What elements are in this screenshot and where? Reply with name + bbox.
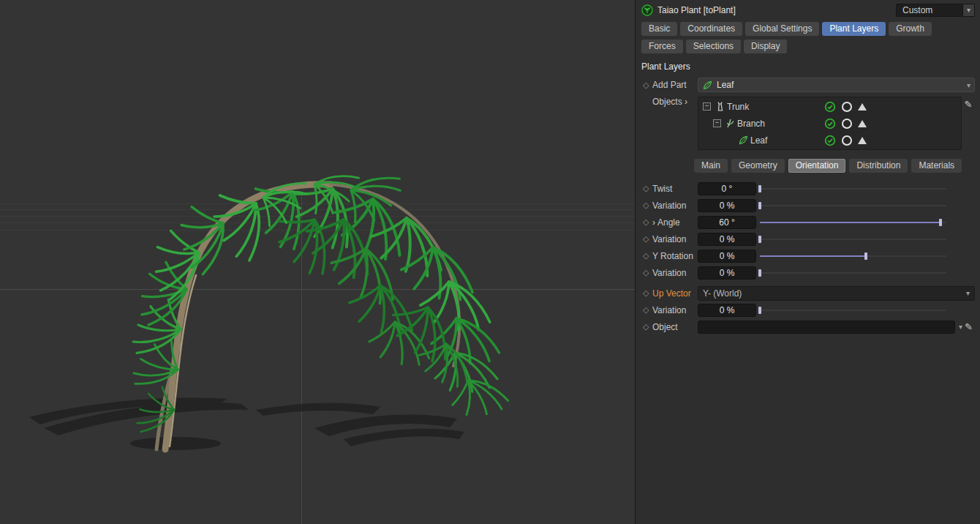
param-value-field[interactable]: 0 ° — [698, 182, 756, 195]
param-slider[interactable] — [760, 184, 946, 194]
tab-growth[interactable]: Growth — [889, 22, 932, 36]
param-slider[interactable] — [760, 251, 946, 261]
diamond-icon: ◇ — [643, 268, 652, 277]
tree-row-leaf[interactable]: Leaf — [698, 132, 961, 149]
tab-forces[interactable]: Forces — [641, 40, 683, 53]
add-part-dropdown[interactable]: Leaf ▾ — [698, 78, 975, 92]
plant-icon — [641, 4, 653, 16]
slider-handle[interactable] — [864, 252, 867, 260]
param-value-field[interactable]: 0 % — [698, 199, 756, 212]
caret-right-icon: › — [685, 97, 687, 107]
param-value-field[interactable]: 0 % — [698, 266, 756, 280]
diamond-icon: ◇ — [643, 217, 652, 227]
param-slider[interactable] — [760, 234, 946, 244]
circle-glyph — [842, 135, 852, 146]
tab-geometry[interactable]: Geometry — [731, 159, 785, 173]
check-circle-icon[interactable] — [824, 135, 836, 146]
param-row-y-rotation: ◇Y Rotation0 % — [636, 247, 980, 264]
edit-icon[interactable]: ✎ — [962, 99, 975, 110]
slider-handle[interactable] — [758, 236, 761, 243]
chevron-down-icon: ▾ — [967, 81, 970, 89]
triangle-icon[interactable] — [858, 120, 867, 127]
expand-caret-icon[interactable]: › — [652, 217, 655, 228]
diamond-icon: ◇ — [643, 251, 652, 261]
tab-plant-layers[interactable]: Plant Layers — [822, 22, 886, 36]
param-row-variation: ◇Variation0 % — [636, 302, 980, 318]
param-value-field[interactable]: 0 % — [698, 233, 756, 246]
slider-fill — [760, 222, 941, 223]
slider-handle[interactable] — [939, 219, 942, 226]
param-label: Twist — [652, 184, 698, 194]
param-slider[interactable] — [760, 305, 946, 315]
collapse-toggle[interactable]: − — [713, 119, 721, 127]
tab-basic[interactable]: Basic — [641, 22, 677, 36]
tree-row-branch[interactable]: −Branch — [698, 115, 961, 132]
edit-icon[interactable]: ✎ — [965, 321, 973, 332]
slider-handle[interactable] — [758, 185, 761, 192]
param-slider[interactable] — [760, 268, 946, 278]
param-row-twist: ◇Twist0 ° — [636, 180, 980, 197]
slider-fill — [760, 255, 866, 257]
tree-row-trunk[interactable]: −Trunk — [698, 98, 961, 115]
slider-track — [760, 310, 946, 311]
preset-value: Custom — [896, 4, 963, 17]
app-window: Taiao Plant [toPlant] Custom ▾ BasicCoor… — [0, 0, 980, 524]
up-vector-dropdown[interactable]: Y- (World)▾ — [698, 286, 975, 301]
circle-icon[interactable] — [842, 102, 852, 112]
param-label: Up Vector — [652, 288, 698, 299]
slider-track — [760, 205, 946, 206]
param-slider[interactable] — [760, 201, 946, 211]
circle-glyph — [842, 102, 852, 112]
tab-row-1: BasicCoordinatesGlobal SettingsPlant Lay… — [636, 20, 980, 37]
dropdown-value: Y- (World) — [703, 288, 742, 299]
param-value-field[interactable]: 0 % — [698, 250, 756, 263]
objects-row: Objects › −Trunk−BranchLeaf ✎ — [636, 95, 980, 151]
layer-toggles — [824, 101, 867, 113]
slider-handle[interactable] — [758, 307, 761, 314]
diamond-icon: ◇ — [643, 201, 652, 210]
attributes-panel: Taiao Plant [toPlant] Custom ▾ BasicCoor… — [636, 0, 980, 524]
triangle-icon[interactable] — [858, 103, 867, 111]
check-circle-icon[interactable] — [824, 101, 836, 113]
object-tree: −Trunk−BranchLeaf — [698, 97, 962, 150]
param-label: Variation — [652, 201, 698, 211]
add-part-label: Add Part — [652, 80, 698, 90]
tab-display[interactable]: Display — [744, 40, 787, 53]
slider-handle[interactable] — [758, 269, 761, 277]
tab-selections[interactable]: Selections — [686, 40, 741, 53]
tab-materials[interactable]: Materials — [911, 159, 962, 173]
circle-icon[interactable] — [842, 119, 852, 129]
diamond-icon: ◇ — [643, 288, 652, 298]
tab-orientation[interactable]: Orientation — [788, 159, 846, 173]
param-row-object: ◇Object▾✎ — [636, 318, 980, 335]
trunk-icon — [715, 101, 727, 112]
chevron-down-icon: ▾ — [966, 289, 970, 297]
chevron-down-icon[interactable]: ▾ — [959, 323, 962, 331]
param-row-variation: ◇Variation0 % — [636, 197, 980, 214]
tab-distribution[interactable]: Distribution — [849, 159, 908, 173]
add-part-value: Leaf — [717, 80, 734, 90]
collapse-toggle[interactable]: − — [703, 102, 711, 111]
object-link-field[interactable] — [698, 321, 955, 334]
leaf-icon — [738, 135, 750, 146]
param-label: Object — [652, 322, 698, 332]
param-slider[interactable] — [760, 217, 946, 228]
viewport-3d[interactable] — [0, 0, 636, 524]
param-row-variation: ◇Variation0 % — [636, 264, 980, 281]
slider-handle[interactable] — [758, 202, 761, 209]
param-value-field[interactable]: 0 % — [698, 304, 756, 317]
tree-item-label: Branch — [737, 119, 765, 129]
leaf-icon — [702, 80, 713, 91]
preset-dropdown[interactable]: Custom ▾ — [896, 4, 975, 17]
diamond-icon: ◇ — [643, 184, 652, 193]
triangle-icon[interactable] — [858, 137, 867, 144]
param-value-field[interactable]: 60 ° — [698, 216, 756, 229]
diamond-icon: ◇ — [643, 305, 652, 315]
tab-coordinates[interactable]: Coordinates — [680, 22, 742, 36]
tab-main[interactable]: Main — [694, 159, 728, 173]
check-circle-icon[interactable] — [824, 118, 836, 130]
circle-icon[interactable] — [842, 135, 852, 146]
triangle-glyph — [858, 103, 867, 111]
param-label: ›Angle — [652, 217, 698, 228]
tab-global-settings[interactable]: Global Settings — [745, 22, 819, 36]
